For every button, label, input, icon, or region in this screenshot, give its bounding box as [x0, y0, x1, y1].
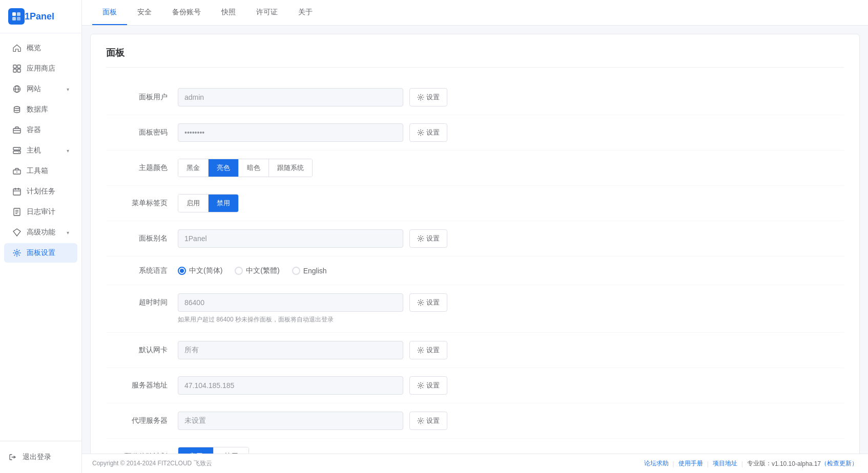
system-language-row: 系统语言 中文(简体) 中文(繁體) [106, 256, 844, 285]
log-icon [12, 207, 22, 217]
panel-alias-input[interactable] [178, 229, 403, 248]
default-nic-input[interactable] [178, 341, 403, 359]
timeout-control: 设置 [178, 293, 844, 312]
language-en-option[interactable]: English [292, 267, 327, 275]
tab-security[interactable]: 安全 [127, 1, 162, 25]
gear-icon [417, 299, 424, 306]
chevron-down-icon: ▾ [67, 230, 69, 235]
toolbox-icon [12, 166, 22, 176]
sidebar-item-container[interactable]: 容器 [4, 120, 77, 140]
panel-password-setting-btn[interactable]: 设置 [409, 123, 447, 142]
page-content: 面板 面板用户 设置 面板密码 [82, 26, 868, 454]
check-update-link[interactable]: （检查更新） [821, 459, 858, 468]
server-address-input[interactable] [178, 376, 403, 395]
proxy-server-setting-btn[interactable]: 设置 [409, 412, 447, 430]
default-nic-label: 默认网卡 [106, 346, 178, 355]
proxy-server-input[interactable] [178, 412, 403, 430]
chevron-down-icon: ▾ [67, 87, 69, 92]
tab-bar: 面板 安全 备份账号 快照 许可证 关于 [82, 0, 868, 26]
settings-icon [12, 248, 22, 257]
panel-user-input[interactable] [178, 88, 403, 106]
menu-tab-group: 启用 禁用 [178, 194, 239, 212]
sidebar-item-app-store[interactable]: 应用商店 [4, 59, 77, 78]
sidebar-item-toolbox[interactable]: 工具箱 [4, 161, 77, 181]
svg-point-17 [18, 152, 19, 153]
svg-rect-0 [12, 12, 16, 16]
sidebar-item-host[interactable]: 主机 ▾ [4, 141, 77, 160]
gear-icon [417, 235, 424, 242]
svg-rect-20 [13, 189, 20, 195]
theme-color-group: 黑金 亮色 暗色 跟随系统 [178, 159, 313, 177]
database-icon [12, 105, 22, 114]
svg-point-37 [420, 420, 422, 422]
gear-icon [417, 94, 424, 101]
panel-password-input[interactable] [178, 123, 403, 142]
timeout-input[interactable] [178, 293, 403, 312]
tab-backup-account[interactable]: 备份账号 [162, 1, 211, 25]
tab-panel[interactable]: 面板 [92, 1, 127, 25]
preview-plan-disable-btn[interactable]: 禁用 [214, 447, 249, 454]
sidebar-item-log-audit[interactable]: 日志审计 [4, 202, 77, 222]
tab-snapshot[interactable]: 快照 [211, 1, 246, 25]
tab-license[interactable]: 许可证 [246, 1, 288, 25]
svg-point-32 [420, 132, 422, 134]
sidebar-item-advanced[interactable]: 高级功能 ▾ [4, 223, 77, 242]
tab-about[interactable]: 关于 [288, 1, 323, 25]
project-link[interactable]: 项目地址 [713, 459, 737, 468]
theme-color-row: 主题颜色 黑金 亮色 暗色 跟随系统 [106, 150, 844, 186]
forum-link[interactable]: 论坛求助 [644, 459, 669, 468]
menu-tab-enable-btn[interactable]: 启用 [178, 195, 209, 212]
sidebar-item-panel-settings[interactable]: 面板设置 [4, 243, 77, 263]
timeout-setting-btn[interactable]: 设置 [409, 293, 447, 312]
language-en-label: English [303, 267, 327, 275]
menu-tab-label: 菜单标签页 [106, 199, 178, 208]
panel-password-row: 面板密码 设置 [106, 115, 844, 150]
theme-black-gold-btn[interactable]: 黑金 [178, 159, 209, 177]
panel-alias-row: 面板别名 设置 [106, 221, 844, 256]
gear-icon [417, 129, 424, 136]
server-address-label: 服务器地址 [106, 381, 178, 390]
store-icon [12, 64, 22, 73]
sidebar-item-database[interactable]: 数据库 [4, 100, 77, 119]
calendar-icon [12, 187, 22, 196]
server-address-setting-btn[interactable]: 设置 [409, 376, 447, 395]
logo-area: 1Panel [0, 0, 81, 33]
panel-password-label: 面板密码 [106, 128, 178, 137]
sidebar-item-scheduled-task[interactable]: 计划任务 [4, 182, 77, 201]
language-zh-tw-option[interactable]: 中文(繁體) [235, 266, 279, 275]
panel-user-label: 面板用户 [106, 93, 178, 102]
radio-en-indicator [292, 267, 300, 275]
svg-point-35 [420, 349, 422, 351]
svg-point-31 [420, 96, 422, 98]
default-nic-setting-btn[interactable]: 设置 [409, 341, 447, 359]
preview-plan-enable-btn[interactable]: 启用 [178, 447, 214, 454]
theme-light-btn[interactable]: 亮色 [209, 159, 239, 177]
panel-alias-control: 设置 [178, 229, 844, 248]
menu-tab-row: 菜单标签页 启用 禁用 [106, 186, 844, 221]
server-icon [12, 146, 22, 155]
gear-icon [417, 417, 424, 424]
sidebar-item-logout[interactable]: 退出登录 [0, 447, 81, 467]
panel-user-setting-btn[interactable]: 设置 [409, 88, 447, 106]
manual-link[interactable]: 使用手册 [678, 459, 703, 468]
sidebar-item-website[interactable]: 网站 ▾ [4, 79, 77, 99]
radio-zh-cn-indicator [178, 267, 186, 275]
svg-marker-28 [13, 229, 20, 236]
timeout-help-text: 如果用户超过 86400 秒未操作面板，面板将自动退出登录 [178, 316, 334, 323]
sidebar-nav: 概览 应用商店 网站 ▾ 数据库 [0, 33, 81, 441]
proxy-server-row: 代理服务器 设置 [106, 403, 844, 439]
theme-follow-system-btn[interactable]: 跟随系统 [269, 159, 312, 177]
svg-point-34 [420, 302, 422, 304]
language-zh-tw-label: 中文(繁體) [246, 266, 279, 275]
menu-tab-disable-btn[interactable]: 禁用 [209, 195, 238, 212]
system-language-control: 中文(简体) 中文(繁體) English [178, 266, 844, 275]
version-number: v1.10.10-alpha.17 [772, 460, 821, 467]
svg-point-11 [14, 106, 20, 109]
language-zh-cn-option[interactable]: 中文(简体) [178, 266, 222, 275]
panel-alias-setting-btn[interactable]: 设置 [409, 229, 447, 248]
theme-dark-btn[interactable]: 暗色 [239, 159, 269, 177]
chevron-down-icon: ▾ [67, 148, 69, 154]
logo-text: 1Panel [25, 11, 54, 22]
sidebar-item-dashboard[interactable]: 概览 [4, 38, 77, 58]
diamond-icon [12, 228, 22, 237]
